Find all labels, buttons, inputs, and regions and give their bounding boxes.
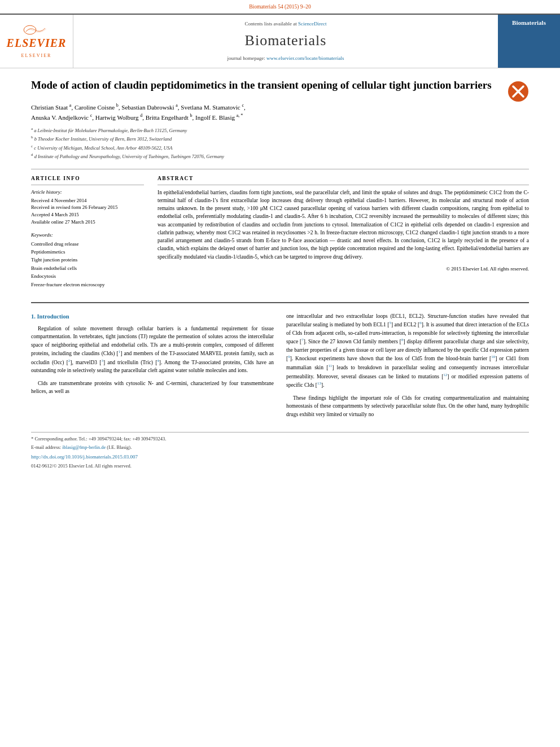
elsevier-subtitle: ELSEVIER	[21, 53, 52, 59]
intro-para-3: one intracellular and two extracellular …	[286, 312, 529, 390]
available-online-date: Available online 27 March 2015	[31, 219, 144, 226]
intro-para-1: Regulation of solute movement through ce…	[31, 325, 274, 375]
homepage-line: journal homepage: www.elsevier.com/locat…	[85, 55, 487, 62]
title-row: Mode of action of claudin peptidomimetic…	[31, 78, 529, 102]
author-email-link[interactable]: iblasig@fmp-berlin.de	[62, 444, 106, 450]
email-note: E-mail address: iblasig@fmp-berlin.de (I…	[31, 444, 529, 451]
svg-point-0	[24, 26, 36, 35]
affiliation-a: a a Leibniz-Institut für Molekulare Phar…	[31, 126, 529, 134]
title-divider	[31, 169, 529, 169]
abstract-header: ABSTRACT	[158, 175, 529, 185]
journal-homepage-link[interactable]: www.elsevier.com/locate/biomaterials	[266, 55, 344, 61]
affiliation-d: d d Institute of Pathology and Neuropath…	[31, 152, 529, 160]
body-col-left: 1. Introduction Regulation of solute mov…	[31, 312, 274, 423]
footer-section: * Corresponding author. Tel.: +49 309479…	[31, 432, 529, 469]
accepted-date: Accepted 4 March 2015	[31, 211, 144, 219]
article-content: Mode of action of claudin peptidomimetic…	[0, 68, 560, 481]
keyword-5: Endocytosis	[31, 272, 144, 280]
abstract-text: In epithelial/endothelial barriers, clau…	[158, 189, 529, 261]
affiliation-b: b b Theodor Kocher Institute, University…	[31, 134, 529, 143]
keywords-list: Controlled drug release Peptidomimetics …	[31, 240, 144, 289]
affiliation-c: c c University of Michigan, Medical Scho…	[31, 143, 529, 152]
received-date: Received 4 November 2014	[31, 197, 144, 204]
doi-link[interactable]: http://dx.doi.org/10.1016/j.biomaterials…	[31, 453, 529, 461]
elsevier-wave-graphic	[14, 25, 59, 35]
issn-line: 0142-9612/© 2015 Elsevier Ltd. All right…	[31, 462, 529, 469]
article-history: Article history: Received 4 November 201…	[31, 189, 144, 226]
keyword-4: Brain endothelial cells	[31, 264, 144, 272]
history-label: Article history:	[31, 189, 144, 196]
article-info-panel: Article Info Article history: Received 4…	[31, 175, 144, 294]
keyword-2: Peptidomimetics	[31, 248, 144, 256]
journal-header: ELSEVIER ELSEVIER Contents lists availab…	[0, 14, 560, 68]
copyright-line: © 2015 Elsevier Ltd. All rights reserved…	[158, 265, 529, 273]
intro-para-2: Clds are transmembrane proteins with cyt…	[31, 379, 274, 396]
body-divider	[31, 302, 529, 303]
body-columns: 1. Introduction Regulation of solute mov…	[31, 312, 529, 423]
journal-center-info: Contents lists available at ScienceDirec…	[73, 15, 498, 68]
keywords-section: Keywords: Controlled drug release Peptid…	[31, 231, 144, 289]
corresponding-author-note: * Corresponding author. Tel.: +49 309479…	[31, 436, 529, 443]
intro-section-title: 1. Introduction	[31, 312, 274, 321]
article-info-header: Article Info	[31, 175, 144, 185]
keyword-6: Freeze-fracture electron microscopy	[31, 281, 144, 289]
journal-citation: Biomaterials 54 (2015) 9–20	[0, 0, 560, 14]
journal-right-logo: Biomaterials	[498, 15, 560, 68]
affiliations: a a Leibniz-Institut für Molekulare Phar…	[31, 126, 529, 161]
abstract-section: ABSTRACT In epithelial/endothelial barri…	[158, 175, 529, 294]
keyword-3: Tight junction proteins	[31, 256, 144, 264]
sciencedirect-link[interactable]: ScienceDirect	[298, 21, 326, 27]
info-abstract-section: Article Info Article history: Received 4…	[31, 175, 529, 294]
body-col-right: one intracellular and two extracellular …	[286, 312, 529, 423]
contents-available-line: Contents lists available at ScienceDirec…	[85, 20, 487, 28]
intro-para-4: These findings highlight the important r…	[286, 394, 529, 418]
authors-line: Christian Staat a, Caroline Coisne b, Se…	[31, 102, 529, 123]
article-title: Mode of action of claudin peptidomimetic…	[31, 78, 492, 93]
received-revised-date: Received in revised form 26 February 201…	[31, 204, 144, 211]
keyword-1: Controlled drug release	[31, 240, 144, 248]
elsevier-wordmark: ELSEVIER	[7, 35, 67, 51]
crossmark-badge[interactable]	[508, 81, 529, 102]
keywords-label: Keywords:	[31, 231, 144, 239]
biomaterials-logo-text: Biomaterials	[512, 19, 546, 27]
elsevier-logo-section: ELSEVIER ELSEVIER	[0, 15, 73, 68]
journal-name: Biomaterials	[85, 30, 487, 51]
